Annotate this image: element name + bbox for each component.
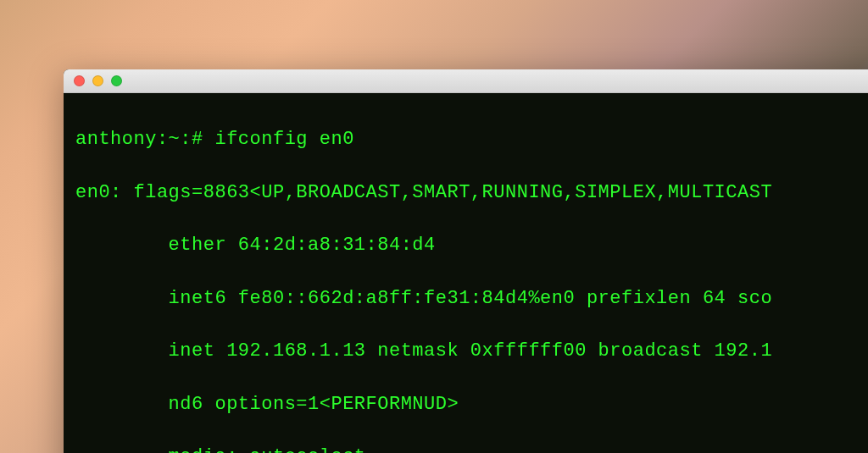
terminal-line: en0: flags=8863<UP,BROADCAST,SMART,RUNNI… [75, 180, 868, 206]
terminal-line: inet6 fe80::662d:a8ff:fe31:84d4%en0 pref… [75, 285, 868, 312]
terminal-line: anthony:~:# ifconfig en0 [75, 126, 868, 152]
zoom-icon[interactable] [111, 75, 122, 86]
terminal-output[interactable]: anthony:~:# ifconfig en0 en0: flags=8863… [64, 93, 868, 453]
terminal-line: media: autoselect [75, 444, 868, 453]
terminal-line: ether 64:2d:a8:31:84:d4 [75, 232, 868, 258]
terminal-line: inet 192.168.1.13 netmask 0xffffff00 bro… [75, 338, 868, 364]
minimize-icon[interactable] [92, 75, 103, 86]
terminal-window: anthony:~:# ifconfig en0 en0: flags=8863… [64, 69, 868, 453]
terminal-line: nd6 options=1<PERFORMNUD> [75, 391, 868, 417]
window-titlebar[interactable] [64, 69, 868, 93]
close-icon[interactable] [74, 75, 85, 86]
desktop-background: anthony:~:# ifconfig en0 en0: flags=8863… [0, 0, 868, 453]
